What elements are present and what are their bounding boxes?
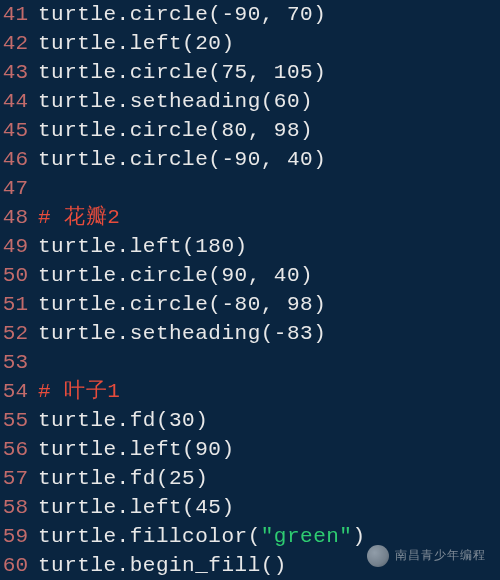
code-token: turtle.circle(-90, 40)	[38, 148, 326, 171]
code-token: turtle.fd(25)	[38, 467, 208, 490]
line-number: 53	[2, 348, 28, 377]
code-token: turtle.circle(90, 40)	[38, 264, 313, 287]
code-line[interactable]	[38, 174, 366, 203]
code-line[interactable]: turtle.circle(-90, 40)	[38, 145, 366, 174]
comment-token: # 花瓣2	[38, 206, 120, 229]
code-line[interactable]: turtle.left(20)	[38, 29, 366, 58]
line-number: 57	[2, 464, 28, 493]
code-token: turtle.circle(-80, 98)	[38, 293, 326, 316]
code-line[interactable]: turtle.circle(-80, 98)	[38, 290, 366, 319]
code-token: turtle.setheading(60)	[38, 90, 313, 113]
code-line[interactable]: turtle.setheading(-83)	[38, 319, 366, 348]
line-number: 41	[2, 0, 28, 29]
code-line[interactable]	[38, 348, 366, 377]
line-number: 52	[2, 319, 28, 348]
code-line[interactable]: turtle.left(45)	[38, 493, 366, 522]
code-token: turtle.left(90)	[38, 438, 235, 461]
code-line[interactable]: # 叶子1	[38, 377, 366, 406]
line-number: 42	[2, 29, 28, 58]
line-number: 49	[2, 232, 28, 261]
line-number: 43	[2, 58, 28, 87]
line-number: 60	[2, 551, 28, 580]
line-number: 48	[2, 203, 28, 232]
code-token: turtle.left(20)	[38, 32, 235, 55]
code-token: turtle.left(45)	[38, 496, 235, 519]
code-line[interactable]: turtle.fd(30)	[38, 406, 366, 435]
line-number: 51	[2, 290, 28, 319]
string-token: "green"	[261, 525, 353, 548]
code-token: turtle.left(180)	[38, 235, 248, 258]
code-line[interactable]: turtle.circle(75, 105)	[38, 58, 366, 87]
code-line[interactable]: turtle.circle(-90, 70)	[38, 0, 366, 29]
line-number: 47	[2, 174, 28, 203]
code-line[interactable]: turtle.setheading(60)	[38, 87, 366, 116]
line-number: 59	[2, 522, 28, 551]
code-editor: 4142434445464748495051525354555657585960…	[0, 0, 500, 580]
line-number: 58	[2, 493, 28, 522]
line-number: 46	[2, 145, 28, 174]
code-area[interactable]: turtle.circle(-90, 70)turtle.left(20)tur…	[34, 0, 366, 580]
code-line[interactable]: turtle.fd(25)	[38, 464, 366, 493]
code-line[interactable]: turtle.circle(80, 98)	[38, 116, 366, 145]
line-number: 56	[2, 435, 28, 464]
code-token: turtle.circle(75, 105)	[38, 61, 326, 84]
code-line[interactable]: turtle.fillcolor("green")	[38, 522, 366, 551]
line-number: 55	[2, 406, 28, 435]
code-token: turtle.circle(-90, 70)	[38, 3, 326, 26]
code-token: turtle.fillcolor(	[38, 525, 261, 548]
line-number: 54	[2, 377, 28, 406]
line-number: 50	[2, 261, 28, 290]
code-token: turtle.setheading(-83)	[38, 322, 326, 345]
code-line[interactable]: turtle.left(90)	[38, 435, 366, 464]
line-number: 44	[2, 87, 28, 116]
code-token: turtle.begin_fill()	[38, 554, 287, 577]
comment-token: # 叶子1	[38, 380, 120, 403]
line-number-gutter: 4142434445464748495051525354555657585960	[0, 0, 34, 580]
code-token: turtle.circle(80, 98)	[38, 119, 313, 142]
code-line[interactable]: turtle.circle(90, 40)	[38, 261, 366, 290]
code-line[interactable]: turtle.left(180)	[38, 232, 366, 261]
code-line[interactable]: # 花瓣2	[38, 203, 366, 232]
code-token: )	[352, 525, 365, 548]
line-number: 45	[2, 116, 28, 145]
code-line[interactable]: turtle.begin_fill()	[38, 551, 366, 580]
code-token: turtle.fd(30)	[38, 409, 208, 432]
